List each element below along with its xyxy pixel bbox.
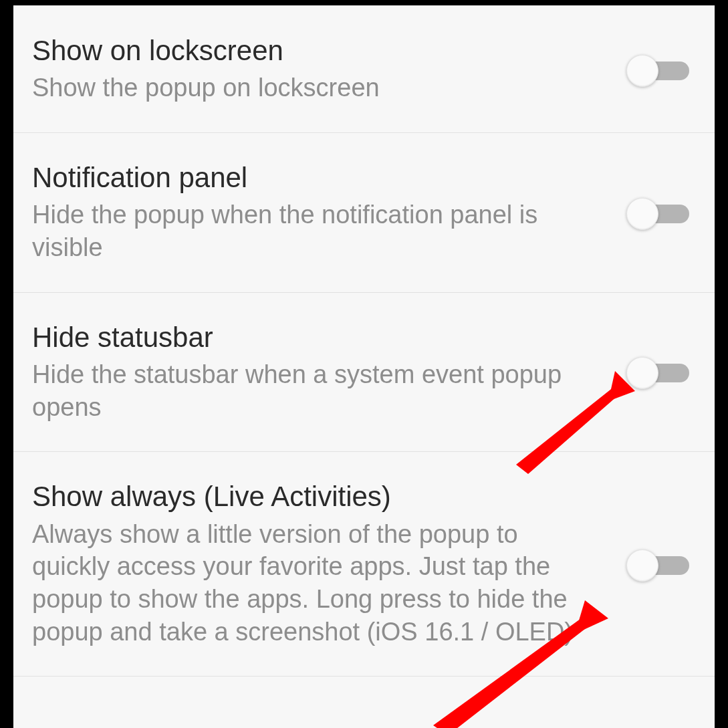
setting-desc: Hide the popup when the notification pan… [32,199,587,263]
setting-row-show-always[interactable]: Show always (Live Activities) Always sho… [13,452,715,677]
toggle-thumb [626,55,658,87]
setting-row-lockscreen[interactable]: Show on lockscreen Show the popup on loc… [13,5,715,133]
toggle-show-always[interactable] [630,551,689,578]
toggle-hide-statusbar[interactable] [630,358,689,385]
toggle-lockscreen[interactable] [630,56,689,83]
setting-desc: Show the popup on lockscreen [32,72,587,104]
svg-marker-1 [516,384,623,474]
setting-title: Show always (Live Activities) [32,480,587,513]
setting-title: Show on lockscreen [32,34,587,68]
setting-text: Show on lockscreen Show the popup on loc… [32,34,587,104]
setting-row-notification-panel[interactable]: Notification panel Hide the popup when t… [13,133,715,293]
annotation-arrow-icon [501,364,635,478]
toggle-thumb [626,550,658,582]
annotation-arrow-icon [414,595,608,728]
svg-marker-3 [433,614,594,728]
setting-text: Notification panel Hide the popup when t… [32,161,587,264]
setting-title: Notification panel [32,161,587,195]
toggle-notification-panel[interactable] [630,199,689,226]
setting-title: Hide statusbar [32,321,587,354]
toggle-thumb [626,198,658,230]
